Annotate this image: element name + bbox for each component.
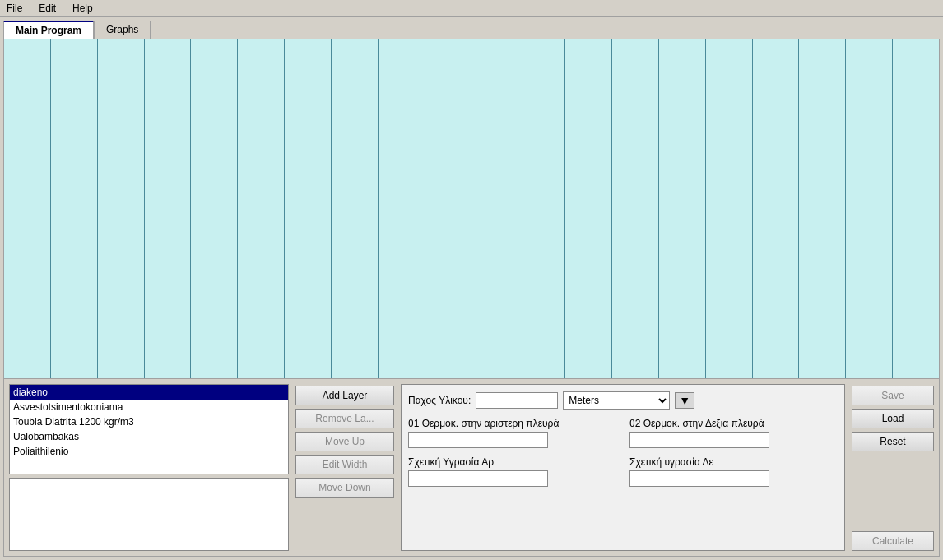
move-down-button[interactable]: Move Down — [295, 478, 394, 498]
layer-col — [145, 39, 192, 378]
save-button[interactable]: Save — [852, 386, 934, 405]
tab-main-program[interactable]: Main Program — [3, 21, 94, 39]
list-item[interactable]: Ualobambakas — [10, 429, 288, 444]
layer-col — [799, 39, 846, 378]
reset-button[interactable]: Reset — [852, 432, 934, 451]
humidity1-input[interactable] — [408, 470, 548, 487]
temp1-input[interactable] — [408, 432, 548, 448]
remove-layer-button[interactable]: Remove La... — [295, 409, 394, 428]
menubar: File Edit Help — [0, 0, 943, 17]
menu-help[interactable]: Help — [69, 2, 96, 15]
temp2-label: θ2 Θερμοκ. στην Δεξια πλευρά — [629, 418, 838, 429]
calculate-button[interactable]: Calculate — [852, 531, 934, 551]
humidity1-col: Σχετική Υγρασία Αρ — [408, 456, 616, 487]
layer-col — [612, 39, 659, 378]
thickness-row: Παχος Υλικου: Meters cm mm ▼ — [408, 391, 838, 410]
unit-select[interactable]: Meters cm mm — [563, 391, 670, 410]
menu-file[interactable]: File — [3, 2, 26, 15]
humidity-row: Σχετική Υγρασία Αρ Σχετική υγρασία Δε — [408, 456, 838, 487]
btn-panel: Add Layer Remove La... Move Up Edit Widt… — [295, 384, 394, 551]
materials-list[interactable]: diakeno Asvestotsimentokoniama Toubla Di… — [9, 384, 289, 474]
layer-columns — [4, 39, 939, 378]
humidity2-label: Σχετική υγρασία Δε — [629, 456, 838, 468]
move-up-button[interactable]: Move Up — [295, 432, 394, 451]
list-item[interactable]: Poliaithilenio — [10, 444, 288, 459]
right-panel: Save Load Reset Calculate — [852, 384, 934, 551]
layer-col — [285, 39, 332, 378]
layer-col — [332, 39, 379, 378]
tab-graphs[interactable]: Graphs — [94, 21, 151, 39]
layer-col — [565, 39, 612, 378]
temp2-col: θ2 Θερμοκ. στην Δεξια πλευρά — [629, 418, 838, 448]
humidity2-input[interactable] — [629, 470, 769, 487]
layer-col — [425, 39, 472, 378]
secondary-list[interactable] — [9, 478, 289, 551]
main-window: File Edit Help Main Program Graphs diake… — [0, 0, 943, 560]
center-panel: Παχος Υλικου: Meters cm mm ▼ θ1 Θερμοκ. … — [401, 384, 845, 551]
layer-col — [191, 39, 238, 378]
list-item[interactable]: diakeno — [10, 385, 288, 400]
humidity2-col: Σχετική υγρασία Δε — [629, 456, 838, 487]
layer-col — [98, 39, 145, 378]
load-button[interactable]: Load — [852, 409, 934, 428]
humidity1-label: Σχετική Υγρασία Αρ — [408, 456, 616, 468]
list-item[interactable]: Asvestotsimentokoniama — [10, 400, 288, 414]
layer-col — [51, 39, 98, 378]
list-item[interactable]: Toubla Diatrita 1200 kgr/m3 — [10, 414, 288, 429]
content-area: diakeno Asvestotsimentokoniama Toubla Di… — [3, 39, 940, 557]
edit-width-button[interactable]: Edit Width — [295, 455, 394, 474]
layer-col — [238, 39, 285, 378]
temp1-label: θ1 Θερμοκ. στην αριστερη πλευρά — [408, 418, 616, 429]
left-panel: diakeno Asvestotsimentokoniama Toubla Di… — [9, 384, 289, 551]
thickness-label: Παχος Υλικου: — [408, 395, 471, 406]
layer-col — [846, 39, 893, 378]
tab-bar: Main Program Graphs — [0, 17, 943, 39]
thickness-input[interactable] — [476, 392, 558, 409]
bottom-panel: diakeno Asvestotsimentokoniama Toubla Di… — [4, 379, 939, 556]
layer-col — [659, 39, 706, 378]
visualization-area — [4, 39, 939, 379]
add-layer-button[interactable]: Add Layer — [295, 386, 394, 405]
layer-col — [472, 39, 518, 378]
layer-col — [706, 39, 753, 378]
layer-col — [4, 39, 51, 378]
layer-col — [518, 39, 565, 378]
layer-col — [753, 39, 800, 378]
unit-dropdown-btn[interactable]: ▼ — [675, 392, 694, 409]
temp1-col: θ1 Θερμοκ. στην αριστερη πλευρά — [408, 418, 616, 448]
layer-col — [893, 39, 939, 378]
temp2-input[interactable] — [629, 432, 769, 448]
temperature-row: θ1 Θερμοκ. στην αριστερη πλευρά θ2 Θερμο… — [408, 418, 838, 448]
menu-edit[interactable]: Edit — [35, 2, 59, 15]
layer-col — [379, 39, 425, 378]
